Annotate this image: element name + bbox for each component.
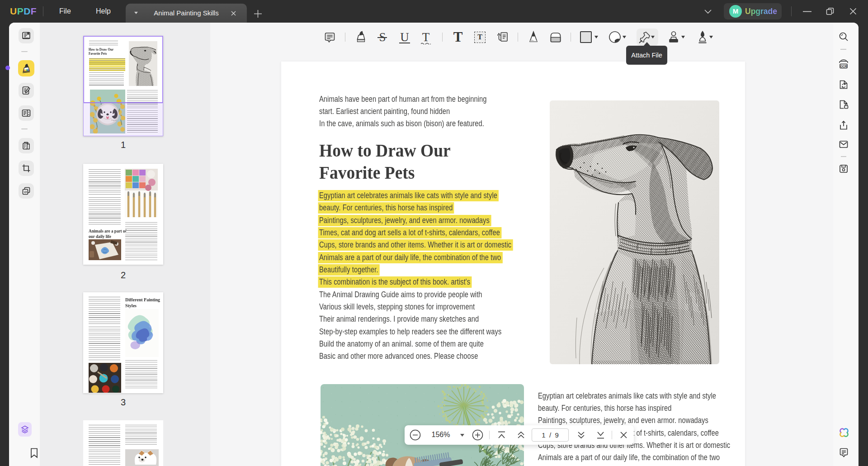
svg-text:OCR: OCR	[840, 65, 847, 68]
